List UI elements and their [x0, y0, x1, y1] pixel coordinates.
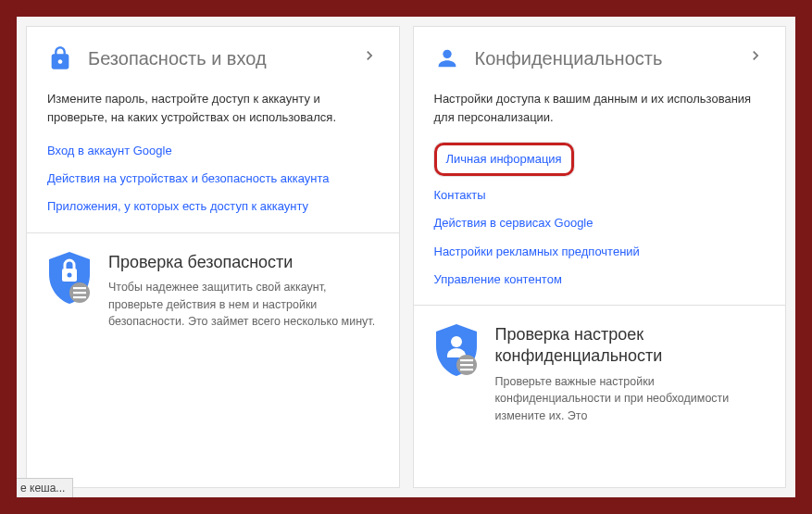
status-bar: е кеша... — [17, 478, 73, 497]
privacy-checkup-desc: Проверьте важные настройки конфиденциаль… — [495, 373, 766, 425]
svg-point-1 — [68, 272, 72, 277]
link-signin-google[interactable]: Вход в аккаунт Google — [47, 143, 379, 159]
svg-point-6 — [443, 50, 451, 58]
svg-rect-11 — [460, 369, 473, 370]
link-contacts[interactable]: Контакты — [434, 187, 766, 204]
svg-rect-3 — [73, 287, 86, 289]
security-card: Безопасность и вход Измените пароль, нас… — [26, 26, 400, 488]
outer-frame: Безопасность и вход Измените пароль, нас… — [0, 0, 812, 514]
chevron-right-icon — [360, 46, 379, 70]
security-checkup-card[interactable]: Проверка безопасности Чтобы надежнее защ… — [27, 232, 399, 332]
security-card-body: Измените пароль, настройте доступ к акка… — [27, 90, 399, 232]
lock-icon — [47, 45, 73, 71]
security-description: Измените пароль, настройте доступ к акка… — [47, 90, 379, 126]
privacy-checkup-card[interactable]: Проверка настроек конфиденциальности Про… — [414, 305, 786, 425]
privacy-card-header[interactable]: Конфиденциальность — [414, 27, 786, 90]
shield-lock-icon — [47, 252, 92, 304]
privacy-link-list: Личная информация Контакты Действия в се… — [434, 143, 766, 288]
privacy-checkup-content: Проверка настроек конфиденциальности Про… — [495, 324, 766, 425]
privacy-title: Конфиденциальность — [475, 48, 747, 69]
svg-point-7 — [451, 336, 462, 347]
link-content-management[interactable]: Управление контентом — [434, 271, 766, 288]
person-icon — [434, 45, 460, 71]
privacy-checkup-title: Проверка настроек конфиденциальности — [495, 324, 766, 368]
link-personal-info[interactable]: Личная информация — [434, 143, 574, 176]
security-checkup-title: Проверка безопасности — [108, 252, 379, 273]
link-ad-settings[interactable]: Настройки рекламных предпочтений — [434, 244, 766, 260]
link-google-activity[interactable]: Действия в сервисах Google — [434, 215, 766, 232]
security-checkup-content: Проверка безопасности Чтобы надежнее защ… — [108, 252, 379, 332]
security-link-list: Вход в аккаунт Google Действия на устрой… — [47, 143, 379, 216]
security-checkup-desc: Чтобы надежнее защитить свой аккаунт, пр… — [108, 279, 379, 331]
security-card-header[interactable]: Безопасность и вход — [27, 27, 399, 90]
content-area: Безопасность и вход Измените пароль, нас… — [17, 17, 795, 497]
privacy-card-body: Настройки доступа к вашим данным и их ис… — [414, 90, 786, 305]
svg-rect-5 — [73, 296, 86, 298]
svg-rect-4 — [73, 292, 86, 294]
privacy-card: Конфиденциальность Настройки доступа к в… — [413, 26, 787, 488]
chevron-right-icon — [746, 46, 765, 70]
svg-rect-10 — [460, 364, 473, 366]
svg-rect-9 — [460, 359, 473, 361]
shield-person-icon — [434, 324, 479, 376]
security-title: Безопасность и вход — [88, 48, 360, 69]
status-text: е кеша... — [20, 482, 65, 495]
privacy-description: Настройки доступа к вашим данным и их ис… — [434, 90, 766, 126]
link-apps-access[interactable]: Приложения, у которых есть доступ к акка… — [47, 198, 379, 215]
link-device-activity[interactable]: Действия на устройствах и безопасность а… — [47, 170, 379, 187]
